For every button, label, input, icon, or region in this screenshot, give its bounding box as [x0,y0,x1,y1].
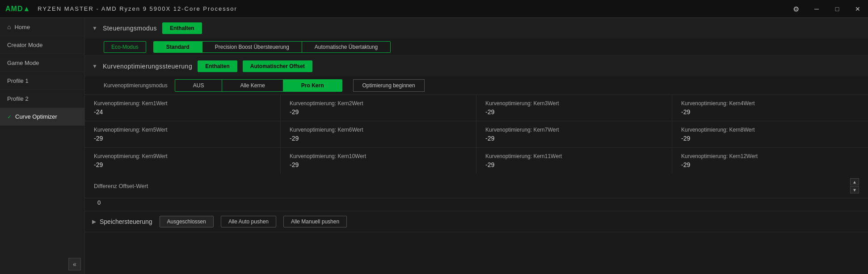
differenz-down-button[interactable]: ▼ [850,186,859,193]
speicher-chevron-icon: ▶ [92,218,96,225]
kernel-1-value: -24 [94,108,271,116]
kernel-9-value: -29 [94,161,271,168]
differenz-value-row: 0 [85,198,868,211]
kernel-11-label: Kurvenoptimierung: Kern11Wert [485,153,663,159]
kernel-cell-9: Kurvenoptimierung: Kern9Wert -29 [85,148,281,174]
alle-auto-button[interactable]: Alle Auto pushen [221,216,276,227]
sidebar-item-curve-optimizer[interactable]: ✓ Curve Optimizer [0,108,84,126]
steuerungsmodus-header: ▼ Steuerungsmodus Enthalten [85,18,868,39]
kurven-modes-group: AUS Alle Kerne Pro Kern [175,79,342,92]
eco-modus-button[interactable]: Eco-Modus [104,41,146,53]
alle-kerne-button[interactable]: Alle Kerne [222,80,283,91]
kernel-2-label: Kurvenoptimierung: Kern2Wert [290,100,467,107]
kernel-1-label: Kurvenoptimierung: Kern1Wert [94,100,271,107]
steuerung-mode-group: Standard Precision Boost Übersteuerung A… [153,41,391,53]
kernel-2-value: -29 [290,108,467,116]
sidebar-item-creator-mode[interactable]: Creator Mode [0,36,84,54]
speicher-row: ▶ Speichersteuerung Ausgeschlossen Alle … [85,211,868,232]
kernel-cell-10: Kurvenoptimierung: Kern10Wert -29 [281,148,476,174]
kernel-cell-1: Kurvenoptimierung: Kern1Wert -24 [85,95,281,121]
sidebar-game-label: Game Mode [7,60,39,66]
sidebar-creator-label: Creator Mode [7,42,42,48]
kernel-6-label: Kurvenoptimierung: Kern6Wert [290,127,467,133]
kurvenoptimierung-section: ▼ Kurvenoptimierungssteuerung Enthalten … [85,56,868,211]
sidebar-item-game-mode[interactable]: Game Mode [0,54,84,72]
close-button[interactable]: ✕ [847,0,868,18]
alle-manuell-button[interactable]: Alle Manuell pushen [283,216,347,227]
speicher-title: Speichersteuerung [100,218,152,225]
kurven-mode-tabs-row: Kurvenoptimierungsmodus AUS Alle Kerne P… [85,77,868,94]
steuerungsmodus-modes-row: Eco-Modus Standard Precision Boost Übers… [85,39,868,56]
steuerungsmodus-section: ▼ Steuerungsmodus Enthalten Eco-Modus St… [85,18,868,56]
kernel-12-label: Kurvenoptimierung: Kern12Wert [681,153,859,159]
maximize-button[interactable]: □ [827,0,847,18]
ausgeschlossen-button[interactable]: Ausgeschlossen [160,216,214,227]
speicher-section: ▶ Speichersteuerung Ausgeschlossen Alle … [85,211,868,232]
aus-mode-button[interactable]: AUS [175,80,223,91]
sidebar-profile2-label: Profile 2 [7,95,29,102]
sidebar: ⌂ Home Creator Mode Game Mode Profile 1 … [0,18,85,274]
kernel-cell-3: Kurvenoptimierung: Kern3Wert -29 [476,95,672,121]
differenz-label: Differenz Offset-Wert [94,183,847,189]
kernel-4-value: -29 [681,108,859,116]
kernel-cell-7: Kurvenoptimierung: Kern7Wert -29 [476,121,672,148]
kurvenoptimierung-title: Kurvenoptimierungssteuerung [103,63,192,70]
differenz-spinners: ▲ ▼ [850,178,859,193]
sidebar-bottom: « [0,254,84,274]
steuerungsmodus-title: Steuerungsmodus [103,25,157,32]
kernel-11-value: -29 [485,161,663,168]
settings-icon[interactable]: ⚙ [786,0,806,18]
pro-kern-button[interactable]: Pro Kern [283,80,342,91]
kernel-6-value: -29 [290,135,467,142]
titlebar: AMD▲ RYZEN MASTER - AMD Ryzen 9 5900X 12… [0,0,868,18]
kernel-3-label: Kurvenoptimierung: Kern3Wert [485,100,663,107]
standard-button[interactable]: Standard [154,42,202,52]
app-layout: ⌂ Home Creator Mode Game Mode Profile 1 … [0,18,868,274]
kernel-cell-4: Kurvenoptimierung: Kern4Wert -29 [672,95,868,121]
amd-logo-text: AMD▲ [5,5,30,13]
kernel-grid: Kurvenoptimierung: Kern1Wert -24 Kurveno… [85,94,868,174]
kernel-12-value: -29 [681,161,859,168]
sidebar-item-home[interactable]: ⌂ Home [0,18,84,36]
kernel-8-label: Kurvenoptimierung: Kern8Wert [681,127,859,133]
kernel-cell-2: Kurvenoptimierung: Kern2Wert -29 [281,95,476,121]
minimize-button[interactable]: ─ [806,0,827,18]
kernel-10-value: -29 [290,161,467,168]
differenz-row: Differenz Offset-Wert ▲ ▼ [85,174,868,198]
kernel-9-label: Kurvenoptimierung: Kern9Wert [94,153,271,159]
kernel-3-value: -29 [485,108,663,116]
home-icon: ⌂ [7,23,11,30]
kernel-5-label: Kurvenoptimierung: Kern5Wert [94,127,271,133]
kernel-4-label: Kurvenoptimierung: Kern4Wert [681,100,859,107]
kurvenoptimierung-chevron-icon: ▼ [92,63,97,69]
sidebar-collapse-button[interactable]: « [68,258,81,270]
auto-offset-button[interactable]: Automatischer Offset [243,60,312,72]
differenz-up-button[interactable]: ▲ [850,178,859,185]
app-title: RYZEN MASTER - AMD Ryzen 9 5900X 12-Core… [38,5,237,12]
differenz-controls-group: ▲ ▼ [850,178,859,193]
precision-button[interactable]: Precision Boost Übersteuerung [202,42,302,52]
kernel-cell-6: Kurvenoptimierung: Kern6Wert -29 [281,121,476,148]
sidebar-item-profile-2[interactable]: Profile 2 [0,90,84,108]
kernel-5-value: -29 [94,135,271,142]
steuerungsmodus-status-button[interactable]: Enthalten [162,22,202,34]
sidebar-profile1-label: Profile 1 [7,77,29,84]
kurvenoptimierung-header: ▼ Kurvenoptimierungssteuerung Enthalten … [85,56,868,77]
kernel-cell-8: Kurvenoptimierung: Kern8Wert -29 [672,121,868,148]
app-logo: AMD▲ [5,5,30,13]
auto-button[interactable]: Automatische Übertaktung [302,42,390,52]
steuerungsmodus-chevron-icon: ▼ [92,25,97,31]
main-content: ▼ Steuerungsmodus Enthalten Eco-Modus St… [85,18,868,274]
kernel-7-value: -29 [485,135,663,142]
differenz-value: 0 [97,199,101,206]
sidebar-item-profile-1[interactable]: Profile 1 [0,72,84,90]
kurven-status-button[interactable]: Enthalten [198,60,237,72]
kurven-mode-label: Kurvenoptimierungsmodus [104,82,168,89]
speicher-header: ▶ Speichersteuerung [92,218,152,225]
kernel-10-label: Kurvenoptimierung: Kern10Wert [290,153,467,159]
window-controls: ⚙ ─ □ ✕ [786,0,868,18]
sidebar-home-label: Home [14,24,30,30]
kernel-7-label: Kurvenoptimierung: Kern7Wert [485,127,663,133]
optimierung-button[interactable]: Optimierung beginnen [353,79,425,92]
check-icon: ✓ [7,114,12,120]
